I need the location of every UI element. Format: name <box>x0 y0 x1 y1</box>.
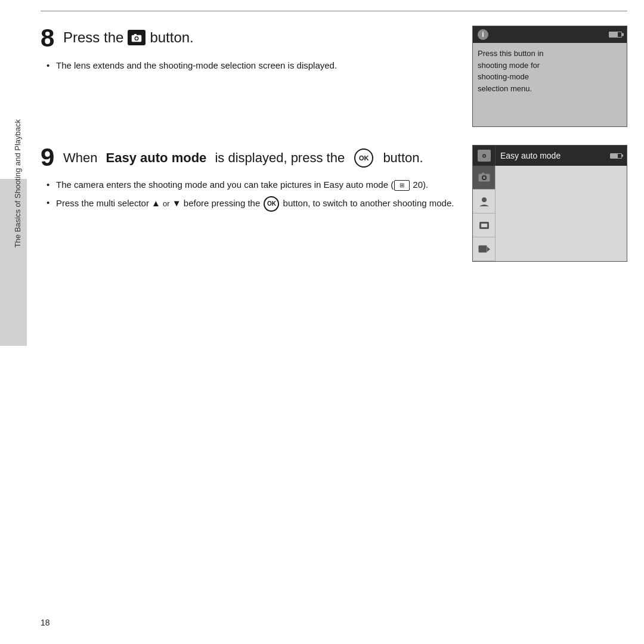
step-8-heading-post: button. <box>150 29 193 46</box>
screen-9-battery <box>610 145 627 166</box>
screen-9-body <box>473 166 627 261</box>
or-text: or <box>163 199 170 208</box>
top-divider <box>41 11 627 11</box>
ok-button-icon: OK <box>354 148 373 168</box>
step-9-screen: Easy auto mode <box>472 145 627 262</box>
screen-9-main-area <box>496 166 627 261</box>
step-8-number: 8 <box>41 26 63 51</box>
screen-8-text: Press this button in shooting mode for s… <box>478 48 622 94</box>
step-8-text: 8 Press the button. <box>41 26 454 77</box>
camera-button-icon <box>128 30 145 45</box>
step-9-bullet-1: The camera enters the shooting mode and … <box>47 178 454 191</box>
svg-point-2 <box>135 37 138 39</box>
svg-rect-3 <box>134 34 137 35</box>
battery-icon <box>609 32 622 38</box>
screen-8-top-bar: i <box>473 26 627 43</box>
step-9-number: 9 <box>41 145 63 170</box>
step-8-screen: i Press this button in shooting mode for… <box>472 26 627 127</box>
page-number: 18 <box>41 618 50 627</box>
screen-8-body: Press this button in shooting mode for s… <box>473 43 627 126</box>
step-9-bullets: The camera enters the shooting mode and … <box>41 178 454 212</box>
step-8-heading-row: 8 Press the button. <box>41 26 454 51</box>
step-9-heading-row: 9 When Easy auto mode is displayed, pres… <box>41 145 454 170</box>
screen-9-mode-icon-col <box>473 145 496 166</box>
screen-9-top-bar: Easy auto mode <box>473 145 627 166</box>
step-9-heading-bold: Easy auto mode <box>106 150 207 167</box>
step-8-title: Press the button. <box>63 26 454 46</box>
step-8: 8 Press the button. <box>41 26 627 127</box>
info-icon: i <box>478 29 488 40</box>
main-content: 8 Press the button. <box>41 15 627 614</box>
svg-point-6 <box>483 155 485 157</box>
sidebar-mode-2 <box>473 190 495 213</box>
sidebar-mode-1 <box>473 166 495 190</box>
camera-mode-icon <box>478 150 491 162</box>
screen-9-sidebar <box>473 166 496 261</box>
easy-auto-mode-label: Easy auto mode <box>496 145 610 166</box>
step-9: 9 When Easy auto mode is displayed, pres… <box>41 145 627 262</box>
svg-point-12 <box>482 197 487 202</box>
sidebar-mode-3 <box>473 213 495 237</box>
svg-rect-14 <box>481 224 487 227</box>
step-9-bullet-2: Press the multi selector ▲ or ▼ before p… <box>47 196 454 212</box>
step-8-bullets: The lens extends and the shooting-mode s… <box>41 59 454 72</box>
svg-rect-11 <box>482 172 484 174</box>
svg-point-10 <box>482 176 485 178</box>
ok-button-ref-icon: OK <box>264 196 279 212</box>
sidebar-label: The Basics of Shooting and Playback <box>13 119 22 247</box>
step-8-heading-pre: Press the <box>63 29 123 46</box>
step-9-heading-post: button. <box>383 150 423 167</box>
sidebar-mode-4 <box>473 237 495 261</box>
svg-rect-15 <box>478 245 487 252</box>
step-9-text: 9 When Easy auto mode is displayed, pres… <box>41 145 454 216</box>
svg-marker-16 <box>487 247 490 252</box>
svg-rect-7 <box>482 152 484 153</box>
ref-icon-1: ⊞ <box>394 180 410 191</box>
step-8-bullet-1: The lens extends and the shooting-mode s… <box>47 59 454 72</box>
step-9-heading-mid: is displayed, press the <box>215 150 345 167</box>
step-9-heading-pre: When <box>63 150 97 167</box>
step-9-title: When Easy auto mode is displayed, press … <box>63 145 454 168</box>
